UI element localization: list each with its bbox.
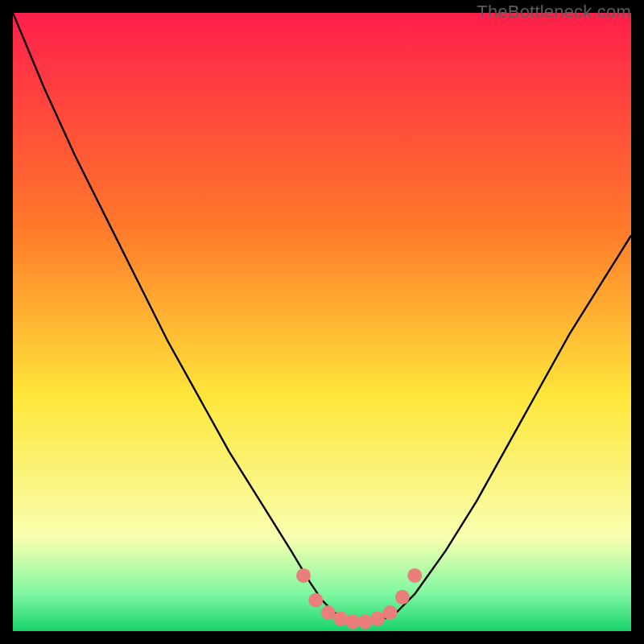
dot-bottom-3 bbox=[358, 615, 373, 630]
dot-left-low bbox=[321, 605, 336, 620]
dot-bottom-4 bbox=[370, 612, 385, 626]
plot-area bbox=[13, 13, 631, 631]
bottleneck-chart bbox=[13, 13, 631, 631]
dot-bottom-1 bbox=[333, 612, 348, 626]
dot-left-upper bbox=[296, 568, 311, 583]
dot-bottom-2 bbox=[345, 615, 360, 630]
dot-right-mid bbox=[395, 590, 410, 605]
dot-right-upper bbox=[407, 568, 422, 583]
chart-frame: TheBottleneck.com bbox=[0, 0, 644, 644]
gradient-background bbox=[13, 13, 631, 631]
dot-left-mid bbox=[308, 593, 323, 608]
dot-right-low bbox=[383, 605, 398, 620]
watermark-text: TheBottleneck.com bbox=[477, 2, 631, 23]
